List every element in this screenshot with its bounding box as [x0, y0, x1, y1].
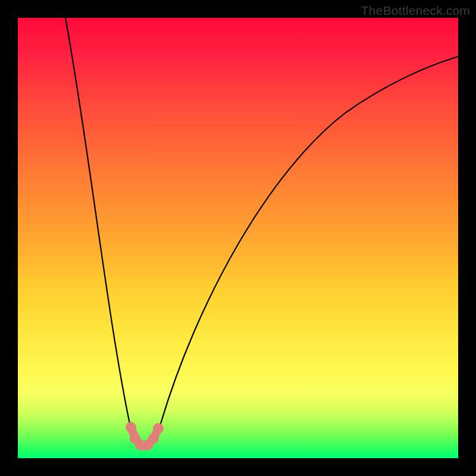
- watermark-text: TheBottleneck.com: [361, 4, 470, 18]
- bottom-markers: [126, 422, 164, 450]
- bottleneck-curve: [65, 18, 458, 446]
- chart-area: [18, 18, 458, 458]
- marker-dot: [126, 422, 136, 433]
- chart-svg: [18, 18, 458, 458]
- marker-dot: [148, 433, 159, 444]
- marker-dot: [153, 423, 164, 434]
